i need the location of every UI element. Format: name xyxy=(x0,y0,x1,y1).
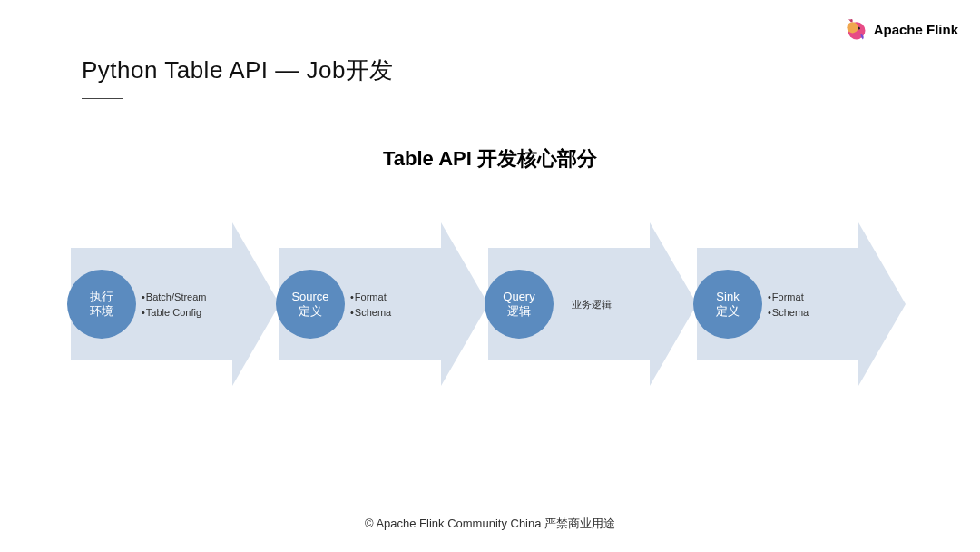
node-label: Source 定义 xyxy=(289,288,330,321)
node-label-line2: 逻辑 xyxy=(507,304,531,318)
bullet-item: Format xyxy=(768,290,808,305)
arrow-head-icon xyxy=(232,222,279,386)
section-subtitle: Table API 开发核心部分 xyxy=(0,145,980,172)
node-label-line2: 定义 xyxy=(299,304,322,318)
node-circle: Query 逻辑 xyxy=(485,270,554,339)
node-label: 执行 环境 xyxy=(88,288,115,321)
footer-copyright: © Apache Flink Community China 严禁商业用途 xyxy=(0,516,980,532)
flow-step-query: Query 逻辑 业务逻辑 xyxy=(488,222,697,386)
node-label-line1: Query xyxy=(503,290,534,303)
bullet-item: Batch/Stream xyxy=(142,290,207,305)
flow-step-source: Source 定义 Format Schema xyxy=(279,222,488,386)
node-label-line2: 定义 xyxy=(716,304,740,318)
flink-logo-icon xyxy=(843,16,868,42)
arrow-head-icon xyxy=(650,222,697,386)
title-underline xyxy=(82,98,123,99)
node-label-line1: 执行 xyxy=(90,290,113,303)
brand-block: Apache Flink xyxy=(843,16,958,42)
bullet-item: Table Config xyxy=(142,305,207,320)
arrow-head-icon xyxy=(858,222,906,386)
flow-step-sink: Sink 定义 Format Schema xyxy=(697,222,906,386)
svg-point-1 xyxy=(847,22,858,33)
step-bullets: 业务逻辑 xyxy=(572,297,612,312)
node-circle: Source 定义 xyxy=(276,270,345,339)
node-label: Sink 定义 xyxy=(714,288,741,321)
flow-step-execution-env: 执行 环境 Batch/Stream Table Config xyxy=(71,222,279,386)
node-label-line1: Sink xyxy=(716,290,739,303)
step-bullets: Format Schema xyxy=(350,290,391,320)
node-label: Query 逻辑 xyxy=(501,288,536,321)
node-circle: Sink 定义 xyxy=(693,270,762,339)
page-title: Python Table API — Job开发 xyxy=(82,54,394,86)
node-label-line2: 环境 xyxy=(90,304,113,318)
bullet-item: Schema xyxy=(768,305,808,320)
flow-diagram: 执行 环境 Batch/Stream Table Config Source 定… xyxy=(71,222,906,386)
arrow-head-icon xyxy=(441,222,488,386)
bullet-item: Schema xyxy=(350,305,391,320)
node-circle: 执行 环境 xyxy=(67,270,136,339)
step-bullets: Format Schema xyxy=(768,290,808,320)
bullet-item: Format xyxy=(350,290,391,305)
brand-name: Apache Flink xyxy=(874,22,958,37)
bullet-item: 业务逻辑 xyxy=(572,297,612,312)
svg-point-2 xyxy=(858,27,860,30)
node-label-line1: Source xyxy=(291,290,328,303)
step-bullets: Batch/Stream Table Config xyxy=(142,290,207,320)
